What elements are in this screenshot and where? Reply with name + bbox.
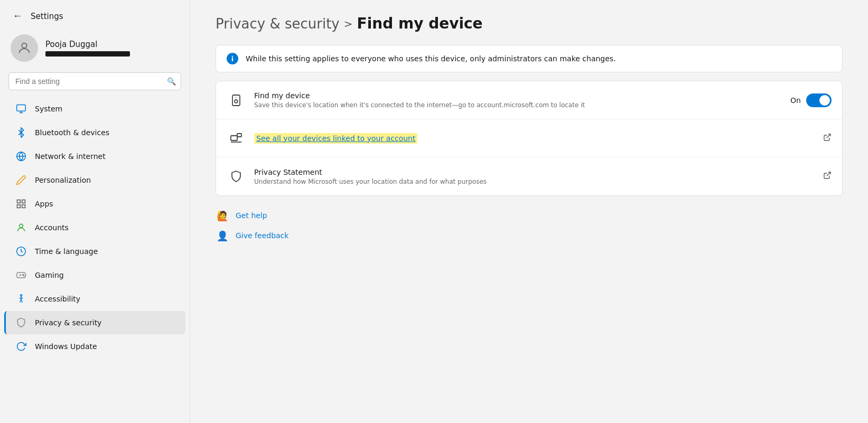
user-name: Pooja Duggal bbox=[45, 40, 130, 49]
personalization-icon bbox=[15, 174, 27, 186]
svg-rect-18 bbox=[232, 95, 240, 106]
privacy-statement-text: Privacy StatementUnderstand how Microsof… bbox=[254, 168, 815, 185]
sidebar-item-label-apps: Apps bbox=[35, 200, 53, 208]
find-my-device-control: On bbox=[790, 93, 832, 107]
sidebar-item-privacy[interactable]: Privacy & security bbox=[4, 311, 185, 334]
breadcrumb: Privacy & security > Find my device bbox=[216, 15, 843, 32]
accounts-icon bbox=[15, 221, 27, 234]
sidebar-item-apps[interactable]: Apps bbox=[4, 192, 185, 215]
update-icon bbox=[15, 340, 27, 353]
privacy-statement-external-icon bbox=[823, 171, 832, 182]
time-icon bbox=[15, 245, 27, 258]
sidebar-nav: SystemBluetooth & devicesNetwork & inter… bbox=[0, 97, 190, 359]
get-help-label: Get help bbox=[236, 211, 267, 220]
find-my-device-title: Find my device bbox=[254, 91, 782, 100]
svg-point-10 bbox=[20, 224, 23, 228]
sidebar-item-label-network: Network & internet bbox=[35, 152, 106, 161]
sidebar-item-label-privacy: Privacy & security bbox=[35, 318, 101, 327]
sidebar-item-accounts[interactable]: Accounts bbox=[4, 216, 185, 239]
find-my-device-toggle-label: On bbox=[790, 96, 801, 105]
see-devices-icon bbox=[227, 129, 246, 148]
sidebar-item-label-accounts: Accounts bbox=[35, 223, 69, 232]
find-my-device-description: Save this device's location when it's co… bbox=[254, 101, 782, 109]
sidebar-item-network[interactable]: Network & internet bbox=[4, 145, 185, 168]
setting-row-see-devices: See all your devices linked to your acco… bbox=[216, 119, 842, 157]
sidebar-item-label-bluetooth: Bluetooth & devices bbox=[35, 128, 109, 137]
breadcrumb-current: Find my device bbox=[357, 15, 483, 32]
svg-point-17 bbox=[20, 295, 22, 296]
find-my-device-toggle-knob bbox=[819, 95, 830, 106]
find-my-device-toggle[interactable] bbox=[806, 93, 832, 107]
find-my-device-icon bbox=[227, 91, 246, 110]
system-icon bbox=[15, 102, 27, 115]
bluetooth-icon bbox=[15, 126, 27, 139]
info-icon: i bbox=[227, 53, 238, 64]
give-feedback-item[interactable]: 👤 Give feedback bbox=[216, 229, 843, 242]
user-info: Pooja Duggal bbox=[45, 40, 130, 57]
sidebar-item-time[interactable]: Time & language bbox=[4, 240, 185, 263]
svg-rect-21 bbox=[231, 136, 237, 140]
svg-point-16 bbox=[23, 275, 24, 276]
sidebar-header: ← Settings bbox=[0, 0, 190, 28]
find-my-device-text: Find my deviceSave this device's locatio… bbox=[254, 91, 782, 109]
sidebar-item-label-update: Windows Update bbox=[35, 342, 97, 351]
sidebar-item-label-personalization: Personalization bbox=[35, 176, 91, 184]
sidebar-item-bluetooth[interactable]: Bluetooth & devices bbox=[4, 121, 185, 144]
privacy-statement-description: Understand how Microsoft uses your locat… bbox=[254, 178, 815, 185]
svg-rect-8 bbox=[22, 205, 25, 208]
app-title: Settings bbox=[31, 12, 63, 21]
avatar bbox=[11, 34, 38, 62]
user-email-bar bbox=[45, 51, 130, 57]
search-input[interactable] bbox=[8, 72, 181, 90]
breadcrumb-separator: > bbox=[344, 17, 353, 30]
setting-row-privacy-statement: Privacy StatementUnderstand how Microsof… bbox=[216, 157, 842, 195]
info-banner-text: While this setting applies to everyone w… bbox=[246, 54, 616, 63]
sidebar-item-label-accessibility: Accessibility bbox=[35, 295, 80, 303]
settings-card: Find my deviceSave this device's locatio… bbox=[216, 81, 843, 196]
main-content: Privacy & security > Find my device i Wh… bbox=[190, 0, 868, 423]
svg-point-19 bbox=[235, 100, 238, 103]
svg-rect-1 bbox=[17, 105, 26, 111]
search-box: 🔍 bbox=[8, 72, 181, 90]
sidebar-item-gaming[interactable]: Gaming bbox=[4, 264, 185, 287]
user-section: Pooja Duggal bbox=[0, 28, 190, 68]
svg-rect-9 bbox=[17, 205, 21, 208]
network-icon bbox=[15, 150, 27, 163]
privacy-icon bbox=[15, 316, 27, 329]
accessibility-icon bbox=[15, 293, 27, 305]
sidebar-item-system[interactable]: System bbox=[4, 97, 185, 120]
sidebar: ← Settings Pooja Duggal 🔍 SystemBluetoot… bbox=[0, 0, 190, 423]
sidebar-item-personalization[interactable]: Personalization bbox=[4, 168, 185, 192]
privacy-statement-icon bbox=[227, 167, 246, 186]
privacy-statement-title: Privacy Statement bbox=[254, 168, 815, 176]
info-banner: i While this setting applies to everyone… bbox=[216, 45, 843, 72]
sidebar-item-update[interactable]: Windows Update bbox=[4, 335, 185, 358]
get-help-icon: 🙋 bbox=[216, 209, 229, 222]
give-feedback-label: Give feedback bbox=[236, 231, 288, 240]
setting-row-find-my-device[interactable]: Find my deviceSave this device's locatio… bbox=[216, 81, 842, 119]
external-link-icon bbox=[823, 133, 832, 144]
breadcrumb-parent: Privacy & security bbox=[216, 16, 340, 32]
svg-rect-6 bbox=[17, 200, 21, 203]
svg-rect-22 bbox=[237, 134, 241, 137]
svg-line-25 bbox=[827, 172, 830, 176]
see-devices-link[interactable]: See all your devices linked to your acco… bbox=[254, 133, 417, 144]
sidebar-item-label-time: Time & language bbox=[35, 247, 98, 256]
svg-line-24 bbox=[827, 134, 830, 138]
back-button[interactable]: ← bbox=[8, 8, 26, 24]
svg-point-0 bbox=[22, 43, 26, 48]
sidebar-item-accessibility[interactable]: Accessibility bbox=[4, 287, 185, 311]
sidebar-item-label-gaming: Gaming bbox=[35, 271, 64, 279]
sidebar-item-label-system: System bbox=[35, 105, 62, 113]
apps-icon bbox=[15, 198, 27, 210]
gaming-icon bbox=[15, 269, 27, 281]
help-section: 🙋 Get help 👤 Give feedback bbox=[216, 209, 843, 242]
get-help-item[interactable]: 🙋 Get help bbox=[216, 209, 843, 222]
svg-rect-7 bbox=[22, 200, 25, 203]
give-feedback-icon: 👤 bbox=[216, 229, 229, 242]
